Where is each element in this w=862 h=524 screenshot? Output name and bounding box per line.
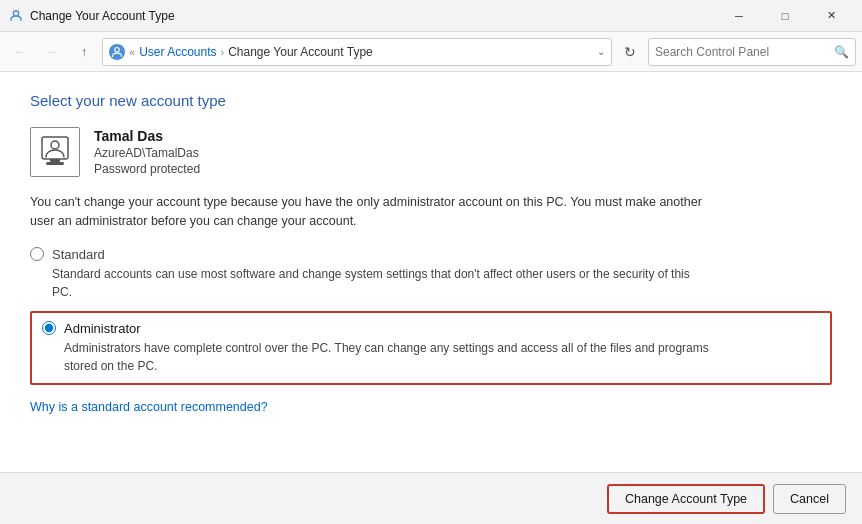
cancel-button[interactable]: Cancel xyxy=(773,484,846,514)
footer: Change Account Type Cancel xyxy=(0,472,862,524)
breadcrumb: « User Accounts › Change Your Account Ty… xyxy=(102,38,612,66)
radio-standard[interactable] xyxy=(30,247,44,261)
svg-point-0 xyxy=(13,10,18,15)
option-administrator: Administrator Administrators have comple… xyxy=(30,311,832,385)
page-title: Select your new account type xyxy=(30,92,832,109)
search-input[interactable] xyxy=(655,45,830,59)
main-content: Select your new account type Tamal Das A… xyxy=(0,72,862,472)
address-bar: ← → ↑ « User Accounts › Change Your Acco… xyxy=(0,32,862,72)
why-link[interactable]: Why is a standard account recommended? xyxy=(30,400,268,414)
user-details: Tamal Das AzureAD\TamalDas Password prot… xyxy=(94,128,200,176)
breadcrumb-double-arrow: « xyxy=(129,46,135,58)
option-administrator-header: Administrator xyxy=(42,321,820,336)
breadcrumb-current: Change Your Account Type xyxy=(228,45,373,59)
svg-rect-4 xyxy=(50,159,60,162)
breadcrumb-icon xyxy=(109,44,125,60)
warning-text: You can't change your account type becau… xyxy=(30,193,710,231)
options-section: Standard Standard accounts can use most … xyxy=(30,247,832,385)
up-button[interactable]: ↑ xyxy=(70,38,98,66)
window-controls: ─ □ ✕ xyxy=(716,0,854,32)
title-bar: Change Your Account Type ─ □ ✕ xyxy=(0,0,862,32)
forward-button[interactable]: → xyxy=(38,38,66,66)
search-box: 🔍 xyxy=(648,38,856,66)
option-administrator-desc: Administrators have complete control ove… xyxy=(64,339,724,375)
option-standard-desc: Standard accounts can use most software … xyxy=(52,265,712,301)
user-domain: AzureAD\TamalDas xyxy=(94,146,200,160)
svg-point-1 xyxy=(115,47,120,52)
change-account-type-button[interactable]: Change Account Type xyxy=(607,484,765,514)
user-name: Tamal Das xyxy=(94,128,200,144)
user-info: Tamal Das AzureAD\TamalDas Password prot… xyxy=(30,127,832,177)
option-administrator-label[interactable]: Administrator xyxy=(64,321,141,336)
search-icon: 🔍 xyxy=(834,45,849,59)
maximize-button[interactable]: □ xyxy=(762,0,808,32)
user-status: Password protected xyxy=(94,162,200,176)
avatar xyxy=(30,127,80,177)
svg-rect-5 xyxy=(46,162,64,165)
option-standard-header: Standard xyxy=(30,247,832,262)
breadcrumb-arrow: › xyxy=(221,46,225,58)
option-standard-label[interactable]: Standard xyxy=(52,247,105,262)
back-button[interactable]: ← xyxy=(6,38,34,66)
minimize-button[interactable]: ─ xyxy=(716,0,762,32)
refresh-button[interactable]: ↻ xyxy=(616,38,644,66)
radio-administrator[interactable] xyxy=(42,321,56,335)
window-title: Change Your Account Type xyxy=(30,9,716,23)
svg-point-3 xyxy=(51,141,59,149)
breadcrumb-user-accounts[interactable]: User Accounts xyxy=(139,45,216,59)
title-bar-icon xyxy=(8,8,24,24)
close-button[interactable]: ✕ xyxy=(808,0,854,32)
breadcrumb-chevron-icon[interactable]: ⌄ xyxy=(597,46,605,57)
option-standard: Standard Standard accounts can use most … xyxy=(30,247,832,301)
